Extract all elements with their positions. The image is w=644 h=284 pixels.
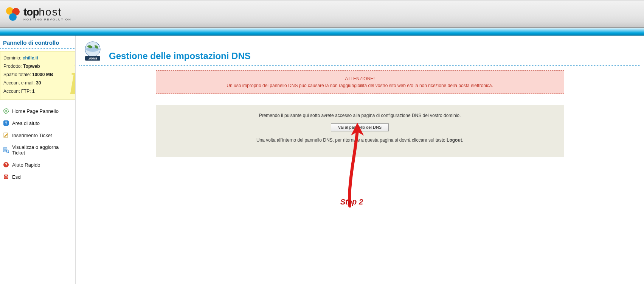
brand-tagline: HOSTING REVOLUTION xyxy=(23,18,71,21)
sidebar: Pannello di controllo i Dominio: chille.… xyxy=(0,36,76,284)
help-square-icon: ? xyxy=(3,120,9,126)
info-ftp-value: 1 xyxy=(32,89,35,94)
info-product: Prodotto: Topweb xyxy=(3,62,72,70)
sidebar-item-logout[interactable]: Esci xyxy=(0,171,75,183)
action-note-pre: Una volta all'interno del pannello DNS, … xyxy=(256,137,447,143)
sidebar-item-label: Aiuto Rapido xyxy=(12,162,40,168)
info-domain-label: Dominio: xyxy=(3,55,21,61)
help-circle-icon: ? xyxy=(3,162,9,168)
info-ftp: Account FTP: 1 xyxy=(3,87,72,95)
action-intro: Premendo il pulsante qui sotto avrete ac… xyxy=(165,113,555,118)
info-domain: Dominio: chille.it xyxy=(3,54,72,62)
step-label: Step 2 xyxy=(340,198,363,206)
info-ftp-label: Account FTP: xyxy=(3,89,31,94)
info-email-value: 30 xyxy=(36,80,41,86)
brand-name-thin: host xyxy=(39,6,62,18)
topbar: tophost HOSTING REVOLUTION xyxy=(0,0,644,27)
page-title: Gestione delle impostazioni DNS xyxy=(109,51,251,62)
info-space-value: 10000 MB xyxy=(32,72,53,77)
power-icon xyxy=(3,174,9,180)
warning-title: ATTENZIONE! xyxy=(164,76,556,81)
brand-mark-icon xyxy=(5,6,21,22)
info-product-label: Prodotto: xyxy=(3,64,22,69)
sidebar-item-label: Home Page Pannello xyxy=(12,108,59,114)
svg-text:?: ? xyxy=(5,162,8,167)
brand-wordmark: tophost HOSTING REVOLUTION xyxy=(23,7,71,21)
svg-point-4 xyxy=(5,110,7,112)
dns-globe-icon: ://DNS xyxy=(82,40,104,62)
sidebar-item-label: Inserimento Ticket xyxy=(12,133,52,138)
info-product-value: Topweb xyxy=(23,64,40,69)
brand-name-strong: top xyxy=(23,6,39,18)
sidebar-item-label: Esci xyxy=(12,174,22,180)
warning-box: ATTENZIONE! Un uso improprio del pannell… xyxy=(156,70,564,94)
info-domain-link[interactable]: chille.it xyxy=(23,55,38,61)
svg-line-13 xyxy=(8,152,9,153)
svg-text:?: ? xyxy=(5,121,8,125)
main-content: ://DNS Gestione delle impostazioni DNS A… xyxy=(76,36,644,284)
svg-point-2 xyxy=(9,13,17,21)
go-to-dns-button[interactable]: Vai al pannello del DNS xyxy=(331,123,389,131)
sidebar-item-insert-ticket[interactable]: Inserimento Ticket xyxy=(0,129,75,141)
gear-icon xyxy=(3,108,9,114)
sidebar-item-label: Area di aiuto xyxy=(12,120,40,126)
info-email: Account e-mail: 30 xyxy=(3,79,72,87)
info-email-label: Account e-mail: xyxy=(3,80,35,86)
sidebar-item-label: Visualizza o aggiorna Ticket xyxy=(12,144,72,156)
action-note-bold: Logout xyxy=(447,137,462,143)
page-head: ://DNS Gestione delle impostazioni DNS xyxy=(79,40,640,66)
sidebar-item-help-area[interactable]: ? Area di aiuto xyxy=(0,117,75,129)
sidebar-item-view-ticket[interactable]: Visualizza o aggiorna Ticket xyxy=(0,141,75,159)
sidebar-nav: Home Page Pannello ? Area di aiuto Inser… xyxy=(0,105,75,183)
brand-logo: tophost HOSTING REVOLUTION xyxy=(0,6,71,22)
account-info-card: i Dominio: chille.it Prodotto: Topweb Sp… xyxy=(0,51,75,100)
info-space-label: Spazio totale: xyxy=(3,72,31,77)
action-note: Una volta all'interno del pannello DNS, … xyxy=(165,137,555,143)
warning-body: Un uso improprio del pannello DNS può ca… xyxy=(227,83,493,88)
edit-note-icon xyxy=(3,132,9,138)
search-list-icon xyxy=(3,147,9,153)
sidebar-title: Pannello di controllo xyxy=(0,36,75,49)
action-box: Premendo il pulsante qui sotto avrete ac… xyxy=(156,105,564,157)
action-note-post: . xyxy=(462,137,463,143)
accent-bar xyxy=(0,27,644,36)
sidebar-item-home[interactable]: Home Page Pannello xyxy=(0,105,75,117)
info-space: Spazio totale: 10000 MB xyxy=(3,70,72,79)
svg-text:://DNS: ://DNS xyxy=(88,57,98,60)
sidebar-item-quick-help[interactable]: ? Aiuto Rapido xyxy=(0,159,75,171)
